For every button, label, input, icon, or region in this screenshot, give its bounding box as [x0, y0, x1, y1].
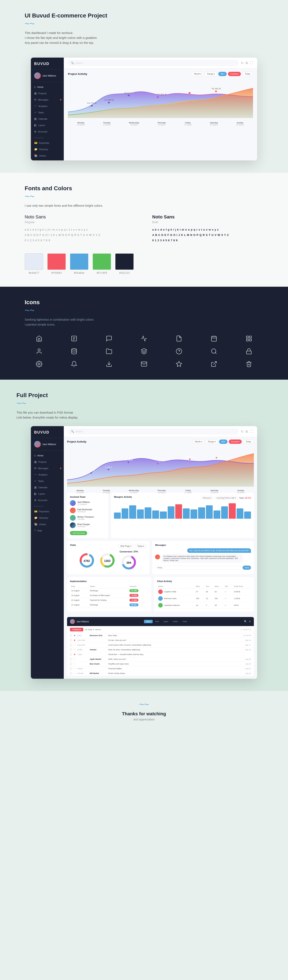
mail-toolbar: Compose All Mark ▾ Move ▾ 1 - 40 of 771	[67, 626, 254, 633]
sidebar-item-calendar[interactable]: ▦ Calendar	[31, 116, 64, 122]
sidebar-item-payments[interactable]: 💳 Payments	[31, 140, 64, 146]
mail-checkbox-1[interactable]	[70, 635, 72, 636]
mail-checkbox-2[interactable]	[70, 639, 72, 641]
sidebar-item-directory-2[interactable]: 📁 Directory	[31, 515, 64, 521]
sidebar-user-2[interactable]: Jack Williams	[31, 438, 64, 450]
today-button[interactable]: Today	[242, 72, 253, 76]
search-box-2[interactable]: 🔍 Search ...	[68, 429, 239, 434]
today-button-2[interactable]: Today	[243, 439, 254, 444]
search-icon-mail[interactable]: 🔍	[244, 620, 247, 623]
sidebar-item-projects-2[interactable]: ▦ Projects	[31, 459, 64, 465]
mail-tab-sent[interactable]: Sent	[153, 620, 161, 623]
sidebar-item-library[interactable]: 📚 Library	[31, 153, 64, 159]
mail-tab-trash[interactable]: Trash	[180, 620, 189, 623]
search-box[interactable]: 🔍 Search ...	[68, 60, 239, 66]
icons-desc: Seeking lightness in combination with br…	[25, 317, 263, 327]
refresh-icon-2[interactable]: ↻	[241, 430, 243, 434]
visits-filter-page[interactable]: Web Page ▾	[118, 544, 134, 548]
member-avatar-3	[70, 515, 76, 521]
sidebar-item-analytics-2[interactable]: 〰 Analytics	[31, 471, 64, 478]
mail-row-3[interactable]: Important Lorem ipsum dolor sit amet, co…	[67, 643, 254, 648]
sidebar-item-help[interactable]: ? Help	[31, 527, 64, 534]
mail-tab-drafts[interactable]: Drafts	[171, 620, 180, 623]
mail-checkbox-7[interactable]	[70, 663, 72, 665]
mail-tab-inbox[interactable]: Inbox	[144, 620, 153, 623]
sidebar-item-home-2[interactable]: ⌂ Home	[31, 452, 64, 459]
mail-row-9[interactable]: Friends Bill Market Finish Activity Stat…	[67, 671, 254, 676]
filter-range-2[interactable]: Range ▾	[206, 439, 218, 444]
compose-button[interactable]: Compose	[70, 628, 83, 632]
mail-row-2[interactable]: Sent Mail Hi man, How are you? Sep 19	[67, 638, 254, 643]
mail-tab-spam[interactable]: Spam	[161, 620, 170, 623]
mail-checkbox-9[interactable]	[70, 672, 72, 675]
mail-row-6[interactable]: Apple Market Hello, where are you? Aug 2…	[67, 657, 254, 662]
filter-month[interactable]: Month ▾	[192, 72, 204, 76]
filter-current-2[interactable]: Current ▾	[229, 439, 242, 444]
table-row: 11 August Recharge 25 481	[70, 603, 148, 607]
sidebar-item-library-2[interactable]: 📚 Library	[31, 521, 64, 527]
client-name-3: Lawanda Anderson	[164, 604, 180, 606]
visits-filter-today[interactable]: Today ▾	[135, 544, 146, 548]
sidebar-user[interactable]: Jack Williams	[31, 70, 64, 82]
settings-icon[interactable]: ⚙	[245, 61, 248, 65]
mail-avatar	[70, 619, 75, 624]
add-teammate-button[interactable]: Add Teammate	[70, 531, 87, 535]
bar	[168, 506, 175, 519]
mgr-filter-type[interactable]: Incoming Phone Calls ▾	[215, 496, 238, 500]
send-button[interactable]: Send	[243, 566, 251, 570]
footer-tilde: 〜〜	[10, 701, 278, 708]
sidebar-item-tasks[interactable]: ✓ Tasks	[31, 109, 64, 116]
sidebar-item-messages[interactable]: ✉ Messages	[31, 97, 64, 103]
mail-row-5[interactable]: Trash Virtual Box — Donald Huthen and hi…	[67, 652, 254, 657]
fullscreen-icon-2[interactable]: ⛶	[250, 430, 253, 434]
sidebar-item-layers[interactable]: ◧ Layers	[31, 122, 64, 128]
sidebar-item-analytics[interactable]: 〰 Analytics	[31, 103, 64, 109]
fullscreen-icon[interactable]: ⛶	[250, 61, 253, 65]
mail-sender-4: Tweeter	[90, 649, 106, 651]
mail-checkbox-3[interactable]	[70, 644, 72, 646]
sidebar-item-directory[interactable]: 📁 Directory	[31, 146, 64, 153]
font2-lowercase: a b c d e f g h i j k l m n o p q r s t …	[152, 227, 263, 232]
filter-range[interactable]: Range ▾	[205, 72, 217, 76]
sidebar-item-calendar-2[interactable]: ▦ Calendar	[31, 484, 64, 490]
mail-action-all[interactable]: All	[85, 628, 87, 631]
refresh-icon[interactable]: ↻	[241, 61, 243, 65]
mail-row-7[interactable]: Max Oracle Dropfiles and super stars Aug…	[67, 662, 254, 667]
client-avatar-1	[158, 589, 163, 594]
logo-text-2: BUVUD	[34, 430, 60, 434]
filter-all-2[interactable]: All ▾	[219, 439, 228, 444]
sidebar-item-accounts-2[interactable]: ⊕ Accounts	[31, 497, 64, 503]
mail-row-4[interactable]: Drafts Tweeter Dolor sit amet, consectet…	[67, 648, 254, 652]
mail-action-mark[interactable]: Mark ▾	[88, 628, 94, 631]
filter-current[interactable]: Current ▾	[228, 72, 241, 76]
mail-checkbox-4[interactable]	[70, 649, 72, 651]
sidebar-item-layers-2[interactable]: ◧ Layers	[31, 490, 64, 497]
mail-checkbox-6[interactable]	[70, 658, 72, 660]
sidebar-item-tasks-2[interactable]: ✓ Tasks	[31, 478, 64, 484]
mail-checkbox-8[interactable]	[70, 668, 72, 670]
mail-row-8[interactable]: Family Financial stallion Aug 22	[67, 667, 254, 671]
cl-fri: Friday17 March	[184, 490, 192, 493]
settings-icon-mail[interactable]: ⚙	[249, 620, 251, 623]
filter-all[interactable]: All ▾	[218, 72, 227, 76]
bar	[198, 508, 205, 519]
sidebar-item-home[interactable]: ⌂ Home	[31, 84, 64, 90]
cl-sat: Saturday20 March	[210, 490, 218, 493]
reply-input[interactable]	[155, 566, 241, 570]
mail-row-1[interactable]: Inbox Moonvee Tech New Tasks 11:46 AM	[67, 633, 254, 638]
layers-icon-display	[130, 348, 158, 355]
user-name: Jack Williams	[42, 75, 56, 77]
sidebar-item-payments-2[interactable]: 💳 Payments	[31, 508, 64, 515]
mail-subject-4: Dolor sit amet, consecteteur adipiscing	[108, 649, 243, 651]
member-name-4: Brian Deegan	[77, 523, 90, 525]
sidebar-item-messages-2[interactable]: ✉ Messages	[31, 465, 64, 471]
mgr-filter-month[interactable]: February ▾	[201, 496, 213, 500]
sidebar-item-accounts[interactable]: ⊕ Accounts	[31, 128, 64, 135]
filter-month-2[interactable]: Month ▾	[193, 439, 204, 444]
sidebar-item-projects[interactable]: ▦ Projects	[31, 90, 64, 97]
client-col-wed: Wed	[213, 584, 223, 589]
settings-icon-2[interactable]: ⚙	[245, 430, 248, 434]
mail-action-move[interactable]: Move ▾	[95, 628, 102, 631]
member-avatar-1	[70, 500, 76, 506]
mail-checkbox-5[interactable]	[70, 654, 72, 655]
